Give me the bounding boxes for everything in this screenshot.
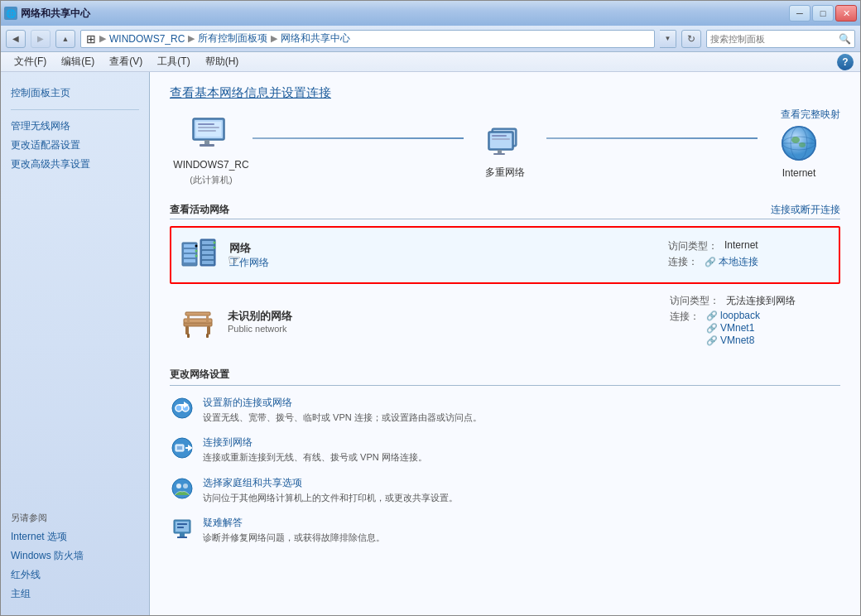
- vmnet8-link[interactable]: VMnet8: [720, 334, 754, 346]
- search-icon[interactable]: 🔍: [838, 32, 851, 46]
- titlebar-controls: ─ □ ✕: [789, 5, 857, 22]
- svg-point-60: [176, 484, 181, 488]
- svg-point-22: [791, 137, 800, 143]
- back-button[interactable]: ◀: [6, 30, 26, 48]
- homegroup-desc: 访问位于其他网络计算机上的文件和打印机，或更改共享设置。: [203, 492, 840, 504]
- main-area: 控制面板主页 管理无线网络 更改适配器设置 更改高级共享设置 另请参阅 Inte…: [1, 72, 860, 615]
- settings-item-connect: 连接到网络 连接或重新连接到无线、有线、拨号或 VPN 网络连接。: [170, 436, 840, 464]
- svg-point-37: [195, 255, 198, 257]
- network-name: 网络: [229, 241, 668, 256]
- unidentified-details: 访问类型： 无法连接到网络 连接： 🔗 loopback 🔗: [670, 294, 835, 348]
- connect-content: 连接到网络 连接或重新连接到无线、有线、拨号或 VPN 网络连接。: [203, 436, 840, 464]
- breadcrumb-network-center[interactable]: 网络和共享中心: [281, 31, 350, 46]
- unidentified-access-label: 访问类型：: [670, 294, 719, 308]
- sidebar-item-infrared[interactable]: 红外线: [11, 565, 139, 585]
- svg-point-50: [176, 405, 182, 411]
- svg-rect-66: [180, 533, 185, 537]
- menu-help[interactable]: 帮助(H): [199, 53, 246, 70]
- active-network-item[interactable]: ☞ 网络 工作网络 访问类型： Internet 连接： 🔗 本地连接: [170, 226, 840, 284]
- menu-tools[interactable]: 工具(T): [151, 53, 196, 70]
- refresh-button[interactable]: ↻: [681, 30, 701, 48]
- unidentified-network-info: 未识别的网络 Public network: [221, 309, 670, 334]
- maximize-button[interactable]: □: [812, 5, 834, 22]
- help-button[interactable]: ?: [837, 54, 854, 70]
- svg-rect-25: [184, 244, 195, 248]
- sidebar-item-wireless[interactable]: 管理无线网络: [11, 117, 139, 136]
- svg-rect-14: [498, 150, 502, 153]
- svg-rect-48: [206, 315, 209, 323]
- svg-rect-64: [177, 523, 187, 525]
- minimize-button[interactable]: ─: [789, 5, 810, 22]
- node-internet-label: Internet: [782, 167, 816, 179]
- sidebar-item-firewall[interactable]: Windows 防火墙: [11, 546, 139, 565]
- forward-button[interactable]: ▶: [31, 30, 51, 48]
- unidentified-connection-links: 🔗 loopback 🔗 VMnet1 🔗 VMnet8: [706, 310, 760, 346]
- connect-desc: 连接或重新连接到无线、有线、拨号或 VPN 网络连接。: [203, 451, 840, 464]
- sidebar-item-home[interactable]: 控制面板主页: [11, 84, 139, 103]
- new-connection-desc: 设置无线、宽带、拨号、临时或 VPN 连接；或设置路由器或访问点。: [203, 411, 840, 424]
- unidentified-access-value: 无法连接到网络: [726, 294, 796, 308]
- breadcrumb-all-items[interactable]: 所有控制面板项: [198, 31, 267, 46]
- sidebar-item-adapter[interactable]: 更改适配器设置: [11, 136, 139, 155]
- svg-rect-47: [187, 315, 190, 323]
- up-button[interactable]: ▲: [55, 30, 75, 48]
- vmnet1-link[interactable]: VMnet1: [720, 322, 754, 334]
- network-item-info: 网络 工作网络: [223, 241, 668, 270]
- svg-point-59: [172, 479, 192, 498]
- svg-rect-30: [202, 241, 214, 244]
- network-diagram-container: 查看完整映射: [170, 114, 840, 186]
- troubleshoot-desc: 诊断并修复网络问题，或获得故障排除信息。: [203, 532, 840, 544]
- menu-edit[interactable]: 编辑(E): [55, 53, 101, 70]
- sidebar-item-sharing[interactable]: 更改高级共享设置: [11, 155, 139, 174]
- node-internet: Internet: [758, 123, 840, 179]
- svg-rect-33: [202, 256, 214, 259]
- access-type-label: 访问类型：: [668, 239, 718, 253]
- svg-rect-42: [185, 326, 189, 334]
- access-type-value: Internet: [724, 239, 758, 253]
- address-bar[interactable]: ⊞ ▶ WINDOWS7_RC ▶ 所有控制面板项 ▶ 网络和共享中心: [80, 30, 655, 48]
- svg-rect-46: [185, 312, 210, 315]
- net-line-2: [546, 137, 758, 139]
- titlebar-left: 🌐 网络和共享中心: [4, 7, 789, 21]
- svg-rect-12: [492, 135, 507, 137]
- menu-file[interactable]: 文件(F): [7, 53, 53, 70]
- vmnet8-icon: 🔗: [706, 335, 718, 346]
- address-dropdown-button[interactable]: ▼: [660, 30, 676, 48]
- new-connection-content: 设置新的连接或网络 设置无线、宽带、拨号、临时或 VPN 连接；或设置路由器或访…: [203, 396, 840, 424]
- new-connection-icon: [170, 396, 195, 421]
- new-connection-link[interactable]: 设置新的连接或网络: [203, 396, 840, 410]
- search-input[interactable]: [710, 34, 835, 44]
- unidentified-icon: [175, 301, 221, 342]
- svg-rect-45: [206, 334, 209, 338]
- connection-value-container: 🔗 本地连接: [705, 255, 758, 269]
- close-button[interactable]: ✕: [835, 5, 857, 22]
- node-computer-sublabel: (此计算机): [190, 174, 232, 186]
- connection-link[interactable]: 本地连接: [719, 255, 758, 269]
- node-computer-label: WINDOWS7_RC: [173, 159, 248, 171]
- svg-rect-32: [202, 251, 214, 254]
- sidebar: 控制面板主页 管理无线网络 更改适配器设置 更改高级共享设置 另请参阅 Inte…: [1, 72, 150, 615]
- breadcrumb-control-panel[interactable]: WINDOWS7_RC: [109, 33, 185, 45]
- svg-rect-34: [202, 261, 214, 264]
- svg-rect-2: [204, 140, 209, 144]
- internet-icon: [774, 123, 824, 164]
- homegroup-link[interactable]: 选择家庭组和共享选项: [203, 476, 840, 490]
- node-multiple: 多重网络: [464, 121, 546, 180]
- page-title: 查看基本网络信息并设置连接: [170, 85, 840, 101]
- svg-rect-15: [493, 153, 505, 155]
- addressbar: ◀ ▶ ▲ ⊞ ▶ WINDOWS7_RC ▶ 所有控制面板项 ▶ 网络和共享中…: [1, 26, 860, 52]
- connect-link[interactable]: 连接到网络: [203, 436, 840, 450]
- svg-point-38: [214, 242, 216, 244]
- menu-view[interactable]: 查看(V): [103, 53, 149, 70]
- connect-disconnect-link[interactable]: 连接或断开连接: [771, 203, 840, 217]
- troubleshoot-link[interactable]: 疑难解答: [203, 516, 840, 530]
- loopback-link[interactable]: loopback: [720, 310, 760, 321]
- vmnet1-icon: 🔗: [706, 323, 718, 334]
- sidebar-item-homegroup[interactable]: 主组: [11, 585, 139, 604]
- sidebar-main-links: 控制面板主页 管理无线网络 更改适配器设置 更改高级共享设置: [1, 80, 149, 177]
- change-settings-section: 更改网络设置 设置新的连接或网络 设置无线、宽: [170, 368, 840, 545]
- sidebar-item-internet-options[interactable]: Internet 选项: [11, 527, 139, 546]
- svg-rect-26: [184, 249, 195, 253]
- network-type-link[interactable]: 工作网络: [229, 257, 269, 268]
- svg-rect-65: [177, 527, 184, 528]
